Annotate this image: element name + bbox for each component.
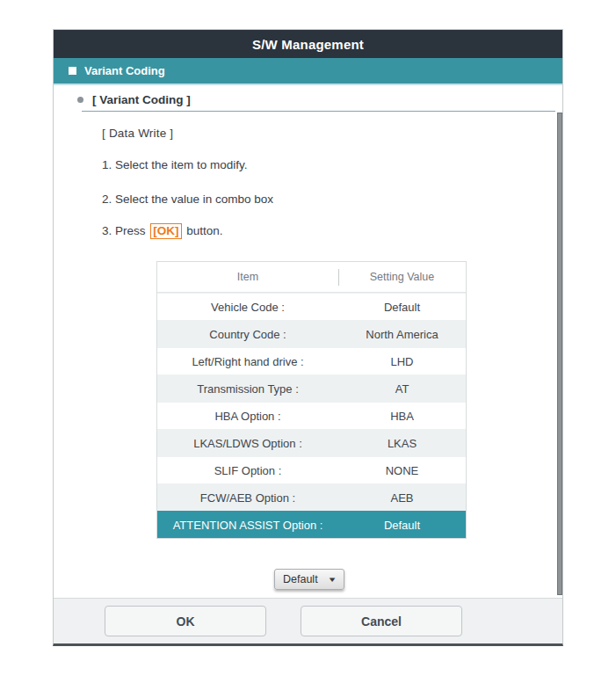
table-row[interactable]: HBA Option :HBA [157,402,466,429]
heading-divider [82,111,555,112]
variant-coding-table: Item Setting Value Vehicle Code :Default… [156,261,467,539]
footer-bar: OK Cancel [54,598,562,643]
instruction-step-2: 2. Select the value in combo box [102,193,273,206]
row-setting-value: NONE [338,464,466,477]
row-item-label: LKAS/LDWS Option : [157,437,338,450]
dialog-titlebar: S/W Management [54,30,562,58]
row-setting-value: Default [338,301,466,314]
table-row[interactable]: FCW/AEB Option :AEB [157,483,466,511]
row-setting-value: AEB [338,491,466,505]
table-row[interactable]: SLIF Option :NONE [157,456,466,483]
row-item-label: Country Code : [157,328,338,341]
column-divider [338,269,339,286]
row-item-label: FCW/AEB Option : [157,491,338,505]
row-setting-value: LKAS [338,437,466,450]
instruction-step-3-pre: 3. Press [102,224,149,237]
page-heading-row: [ Variant Coding ] [77,93,191,106]
row-item-label: Vehicle Code : [157,301,338,314]
row-setting-value: LHD [338,355,466,368]
row-setting-value: HBA [338,410,466,423]
circle-bullet-icon [77,97,83,103]
scrollbar-thumb[interactable] [557,113,562,595]
value-combobox[interactable]: Default ▼ [274,569,344,590]
table-body: Vehicle Code :DefaultCountry Code :North… [157,293,466,538]
scrollbar-track[interactable] [557,85,562,598]
table-header-row: Item Setting Value [157,262,466,293]
row-item-label: Transmission Type : [157,382,338,396]
row-item-label: SLIF Option : [157,464,338,477]
row-item-label: Left/Right hand drive : [157,355,338,368]
instruction-step-1: 1. Select the item to modify. [102,158,248,171]
row-setting-value: Default [338,519,466,532]
row-item-label: ATTENTION ASSIST Option : [157,519,338,532]
section-title: Variant Coding [84,64,165,77]
table-row[interactable]: Vehicle Code :Default [157,293,466,320]
table-row[interactable]: Transmission Type :AT [157,374,466,402]
table-row[interactable]: Country Code :North America [157,320,466,347]
row-item-label: HBA Option : [157,410,338,423]
dialog-title: S/W Management [252,37,364,52]
ok-highlight-badge: [OK] [150,223,181,239]
instruction-step-3: 3. Press [OK] button. [102,224,223,237]
instruction-step-3-post: button. [184,224,223,237]
cancel-button[interactable]: Cancel [301,606,462,636]
data-write-label: [ Data Write ] [102,127,173,140]
sw-management-dialog: S/W Management Variant Coding [ Variant … [53,29,563,646]
content-area: [ Variant Coding ] [ Data Write ] 1. Sel… [54,85,562,598]
row-setting-value: AT [338,382,466,396]
combobox-selected-value: Default [283,573,318,585]
table-row[interactable]: LKAS/LDWS Option :LKAS [157,429,466,456]
column-header-item: Item [157,271,338,283]
table-row[interactable]: ATTENTION ASSIST Option :Default [157,511,466,538]
table-row[interactable]: Left/Right hand drive :LHD [157,347,466,374]
row-setting-value: North America [338,328,466,341]
square-bullet-icon [69,67,76,75]
column-header-setting-value: Setting Value [338,271,466,283]
chevron-down-icon: ▼ [327,576,337,584]
page-heading: [ Variant Coding ] [92,93,191,106]
section-header: Variant Coding [54,58,562,85]
ok-button[interactable]: OK [105,606,266,636]
